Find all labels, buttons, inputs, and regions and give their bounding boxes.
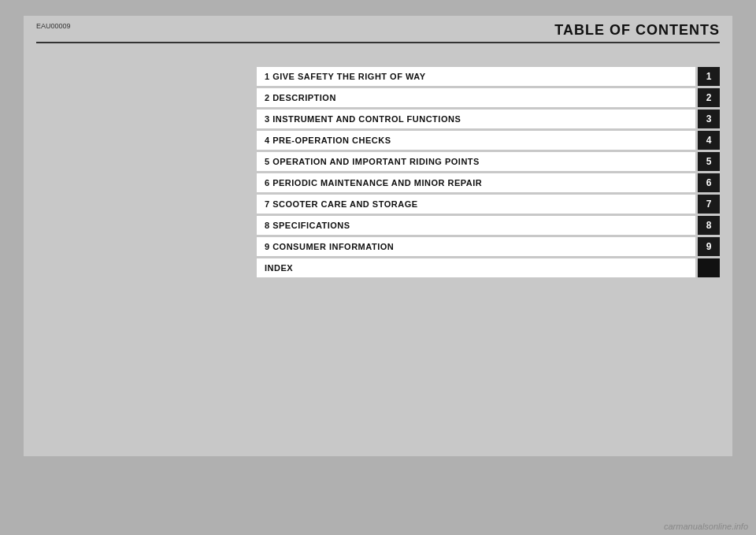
toc-entry-7[interactable]: 7 SCOOTER CARE AND STORAGE — [257, 195, 695, 214]
header-bar: EAU00009 TABLE OF CONTENTS — [24, 16, 732, 42]
toc-tab-6[interactable]: 6 — [698, 173, 720, 192]
toc-tab-3[interactable]: 3 — [698, 110, 720, 128]
toc-entry-5[interactable]: 5 OPERATION AND IMPORTANT RIDING POINTS — [257, 152, 695, 171]
toc-tab-2[interactable]: 2 — [698, 88, 720, 107]
watermark: carmanualsonline.info — [664, 522, 748, 531]
toc-tab-5[interactable]: 5 — [698, 152, 720, 171]
document-page: EAU00009 TABLE OF CONTENTS 1 GIVE SAFETY… — [24, 16, 732, 456]
toc-row-8: 8 SPECIFICATIONS 8 — [257, 216, 720, 235]
toc-tab-7[interactable]: 7 — [698, 195, 720, 214]
toc-entry-9[interactable]: 9 CONSUMER INFORMATION — [257, 237, 695, 256]
toc-row-5: 5 OPERATION AND IMPORTANT RIDING POINTS … — [257, 152, 720, 171]
toc-tab-1[interactable]: 1 — [698, 67, 720, 86]
toc-row-6: 6 PERIODIC MAINTENANCE AND MINOR REPAIR … — [257, 173, 720, 192]
page-container: EAU00009 TABLE OF CONTENTS 1 GIVE SAFETY… — [0, 0, 756, 535]
toc-entry-6[interactable]: 6 PERIODIC MAINTENANCE AND MINOR REPAIR — [257, 173, 695, 192]
toc-row-3: 3 INSTRUMENT AND CONTROL FUNCTIONS 3 — [257, 110, 720, 128]
toc-row-9: 9 CONSUMER INFORMATION 9 — [257, 237, 720, 256]
left-space — [36, 67, 257, 280]
toc-container: 1 GIVE SAFETY THE RIGHT OF WAY 1 2 DESCR… — [257, 67, 720, 280]
toc-entry-8[interactable]: 8 SPECIFICATIONS — [257, 216, 695, 235]
toc-row-4: 4 PRE-OPERATION CHECKS 4 — [257, 131, 720, 150]
toc-entry-3[interactable]: 3 INSTRUMENT AND CONTROL FUNCTIONS — [257, 110, 695, 128]
toc-entries: 1 GIVE SAFETY THE RIGHT OF WAY 1 2 DESCR… — [257, 67, 720, 280]
doc-code: EAU00009 — [36, 22, 71, 30]
toc-tab-index[interactable] — [698, 258, 720, 277]
toc-entry-2[interactable]: 2 DESCRIPTION — [257, 88, 695, 107]
toc-tab-9[interactable]: 9 — [698, 237, 720, 256]
toc-row-1: 1 GIVE SAFETY THE RIGHT OF WAY 1 — [257, 67, 720, 86]
toc-tab-8[interactable]: 8 — [698, 216, 720, 235]
toc-entry-index[interactable]: INDEX — [257, 258, 695, 277]
toc-entry-1[interactable]: 1 GIVE SAFETY THE RIGHT OF WAY — [257, 67, 695, 86]
toc-entry-4[interactable]: 4 PRE-OPERATION CHECKS — [257, 131, 695, 150]
toc-row-7: 7 SCOOTER CARE AND STORAGE 7 — [257, 195, 720, 214]
toc-row-2: 2 DESCRIPTION 2 — [257, 88, 720, 107]
page-title: TABLE OF CONTENTS — [554, 22, 720, 39]
toc-row-index: INDEX — [257, 258, 720, 277]
content-area: 1 GIVE SAFETY THE RIGHT OF WAY 1 2 DESCR… — [24, 43, 732, 295]
toc-tab-4[interactable]: 4 — [698, 131, 720, 150]
